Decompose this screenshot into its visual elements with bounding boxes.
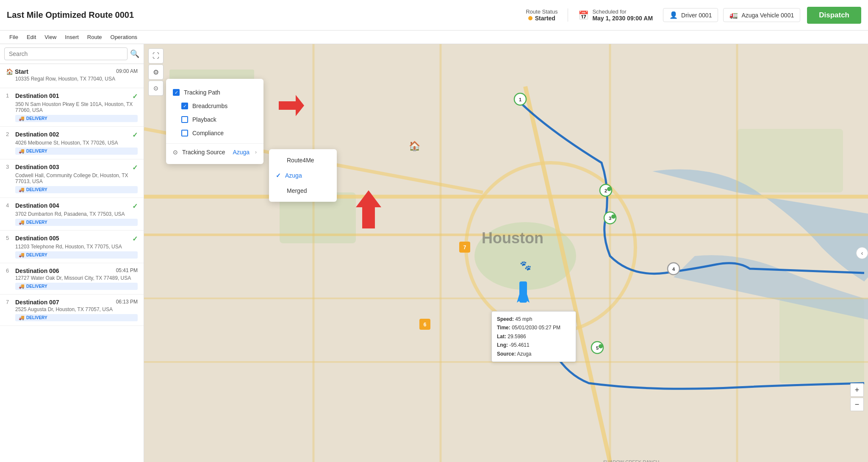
collapse-sidebar-button[interactable]: ‹ xyxy=(856,247,868,259)
stop-item[interactable]: 5Destination 005✓11203 Telephone Rd, Hou… xyxy=(0,231,144,263)
route-status-label: Route Status xyxy=(526,8,557,15)
stop-address: 10335 Regal Row, Houston, TX 77040, USA xyxy=(15,76,138,82)
svg-point-26 xyxy=(611,214,616,219)
playback-checkbox[interactable] xyxy=(181,116,188,123)
map-tooltip: Speed: 45 mph Time: 05/01/2030 05:27 PM … xyxy=(491,311,576,362)
menu-route[interactable]: Route xyxy=(83,32,106,42)
stop-checkmark: ✓ xyxy=(132,164,138,172)
driver-label: Driver 0001 xyxy=(681,12,712,19)
stop-time: 06:13 PM xyxy=(116,299,138,305)
route-status-block: Route Status Started xyxy=(526,8,557,22)
stop-item[interactable]: 6Destination 00605:41 PM12727 Water Oak … xyxy=(0,263,144,295)
stop-name: Destination 004 xyxy=(15,202,130,209)
stop-name: Destination 001 xyxy=(15,92,130,99)
fullscreen-button[interactable]: ⛶ xyxy=(148,48,164,64)
svg-text:5: 5 xyxy=(596,345,599,351)
settings-button[interactable]: ⚙ xyxy=(148,64,164,80)
menu-operations[interactable]: Operations xyxy=(106,32,142,42)
compliance-label: Compliance xyxy=(192,130,224,136)
submenu-merged[interactable]: Merged xyxy=(269,183,337,198)
status-text: Started xyxy=(535,15,555,22)
stop-item[interactable]: 🏠Start09:00 AM10335 Regal Row, Houston, … xyxy=(0,64,144,88)
stop-address: 11203 Telephone Rd, Houston, TX 77075, U… xyxy=(15,244,138,250)
stop-address: 350 N Sam Houston Pkwy E Ste 101A, Houst… xyxy=(15,101,138,113)
submenu-route4me[interactable]: Route4Me xyxy=(269,153,337,168)
stop-name: Destination 002 xyxy=(15,131,130,138)
stop-checkmark: ✓ xyxy=(132,92,138,100)
submenu-azuga[interactable]: ✓ Azuga xyxy=(269,168,337,183)
stop-address: 2525 Augusta Dr, Houston, TX 77057, USA xyxy=(15,306,138,312)
stop-checkmark: ✓ xyxy=(132,235,138,243)
truck-icon: 🚚 xyxy=(19,252,25,258)
svg-text:SHADOW CREEK RANCH: SHADOW CREEK RANCH xyxy=(603,459,660,462)
menu-file[interactable]: File xyxy=(5,32,22,42)
stop-address: 12727 Water Oak Dr, Missouri City, TX 77… xyxy=(15,275,138,281)
delivery-badge: 🚚DELIVERY xyxy=(15,148,138,155)
search-input[interactable] xyxy=(4,47,128,60)
calendar-icon: 📅 xyxy=(578,10,589,20)
menu-view[interactable]: View xyxy=(40,32,61,42)
delivery-badge: 🚚DELIVERY xyxy=(15,251,138,259)
breadcrumbs-checkbox[interactable]: ✓ xyxy=(181,103,188,109)
stop-item[interactable]: 4Destination 004✓3702 Dumbarton Rd, Pasa… xyxy=(0,198,144,231)
stop-address: 4026 Melbourne St, Houston, TX 77026, US… xyxy=(15,140,138,146)
stop-item[interactable]: 7Destination 00706:13 PM2525 Augusta Dr,… xyxy=(0,295,144,326)
tracking-path-item[interactable]: ✓ Tracking Path xyxy=(166,86,263,99)
svg-text:🏠: 🏠 xyxy=(409,140,421,152)
zoom-out-button[interactable]: − xyxy=(850,398,864,411)
svg-text:7: 7 xyxy=(463,245,466,250)
menu-edit[interactable]: Edit xyxy=(22,32,40,42)
sidebar: 🔍 🏠Start09:00 AM10335 Regal Row, Houston… xyxy=(0,44,144,462)
azuga-checkmark: ✓ xyxy=(276,172,281,179)
tracking-source-icon: ⊙ xyxy=(173,149,178,156)
zoom-controls: + − xyxy=(850,383,864,411)
start-icon: 🏠 xyxy=(6,68,13,75)
tooltip-speed: Speed: 45 mph xyxy=(497,315,571,323)
svg-text:🐾: 🐾 xyxy=(520,260,532,271)
stop-item[interactable]: 2Destination 002✓4026 Melbourne St, Hous… xyxy=(0,127,144,159)
menubar: File Edit View Insert Route Operations xyxy=(0,31,868,44)
delivery-badge: 🚚DELIVERY xyxy=(15,283,138,290)
search-button[interactable]: 🔍 xyxy=(130,49,139,58)
delivery-badge: 🚚DELIVERY xyxy=(15,314,138,321)
stop-name: Destination 003 xyxy=(15,164,130,170)
stop-item[interactable]: 1Destination 001✓350 N Sam Houston Pkwy … xyxy=(0,88,144,127)
truck-icon: 🚚 xyxy=(19,220,25,225)
merged-label: Merged xyxy=(287,187,307,194)
dispatch-button[interactable]: Dispatch xyxy=(807,7,861,24)
search-bar: 🔍 xyxy=(0,44,144,64)
stop-checkmark: ✓ xyxy=(132,202,138,210)
breadcrumbs-item[interactable]: ✓ Breadcrumbs xyxy=(166,99,263,113)
menu-insert[interactable]: Insert xyxy=(61,32,83,42)
compliance-item[interactable]: Compliance xyxy=(166,126,263,140)
svg-point-23 xyxy=(607,187,611,191)
stop-time: 05:41 PM xyxy=(116,267,138,273)
svg-text:1: 1 xyxy=(519,97,521,102)
scheduled-date: May 1, 2030 09:00 AM xyxy=(592,15,653,22)
tracking-path-check-mark: ✓ xyxy=(175,90,178,95)
playback-item[interactable]: Playback xyxy=(166,113,263,126)
stop-number: 3 xyxy=(6,164,13,170)
tracking-source-label: Tracking Source xyxy=(182,149,225,156)
stop-number: 1 xyxy=(6,92,13,99)
svg-rect-4 xyxy=(737,129,843,192)
stop-number: 4 xyxy=(6,202,13,209)
svg-text:4: 4 xyxy=(672,267,675,272)
scheduled-block: 📅 Scheduled for May 1, 2030 09:00 AM xyxy=(568,8,653,22)
tracking-path-checkbox[interactable]: ✓ xyxy=(173,89,180,96)
stop-item[interactable]: 3Destination 003✓Codwell Hall, Community… xyxy=(0,159,144,198)
tracking-button[interactable]: ⊙ xyxy=(148,81,164,96)
tooltip-lng: Lng: -95.4611 xyxy=(497,341,571,349)
zoom-in-button[interactable]: + xyxy=(850,383,864,397)
tracking-source-submenu: Route4Me ✓ Azuga Merged xyxy=(269,149,337,202)
main-content: 🔍 🏠Start09:00 AM10335 Regal Row, Houston… xyxy=(0,44,868,462)
map-area[interactable]: Houston SHADOW CREEK RANCH 1 2 3 4 xyxy=(144,44,868,462)
tracking-source-item[interactable]: ⊙ Tracking Source Azuga › xyxy=(166,145,263,159)
delivery-badge: 🚚DELIVERY xyxy=(15,219,138,226)
tooltip-lat: Lat: 29.5986 xyxy=(497,332,571,341)
scheduled-label: Scheduled for xyxy=(592,8,653,15)
compliance-checkbox[interactable] xyxy=(181,130,188,136)
svg-text:3: 3 xyxy=(609,216,611,221)
delivery-badge: 🚚DELIVERY xyxy=(15,115,138,122)
vehicle-block: 🚛 Azuga Vehicle 0001 xyxy=(723,8,800,22)
